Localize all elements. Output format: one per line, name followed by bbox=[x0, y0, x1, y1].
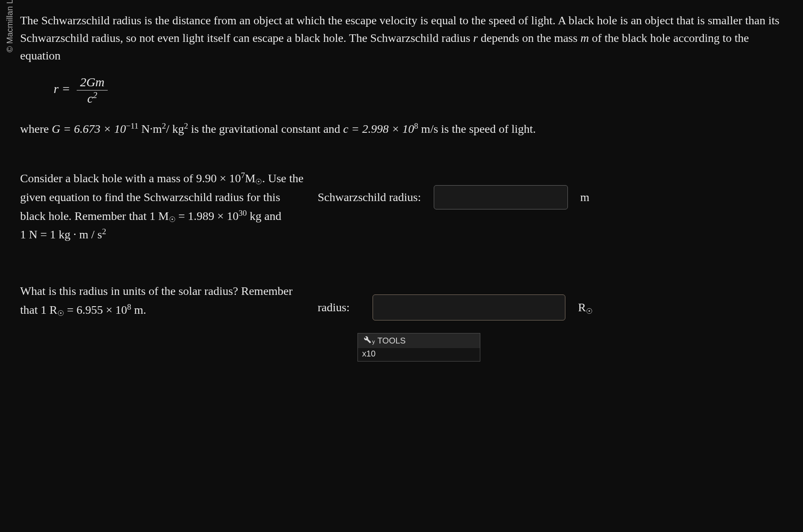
const-G-unit-b: / kg bbox=[166, 122, 184, 135]
q2-exp: 8 bbox=[127, 302, 131, 311]
q2-unit-sub: ☉ bbox=[586, 307, 593, 315]
equation-fraction: 2Gm c2 bbox=[77, 75, 108, 106]
const-c-eq: c = 2.998 × 10 bbox=[343, 122, 414, 135]
schwarzschild-radius-input[interactable] bbox=[434, 185, 568, 209]
const-c-exp: 8 bbox=[414, 121, 418, 130]
question-1-text: Consider a black hole with a mass of 9.9… bbox=[20, 169, 305, 244]
tools-panel[interactable]: y TOOLS x10 bbox=[357, 333, 480, 362]
question-2-text: What is this radius in units of the sola… bbox=[20, 282, 305, 320]
question-2-row: What is this radius in units of the sola… bbox=[20, 282, 786, 362]
equation-numerator: 2Gm bbox=[77, 75, 108, 90]
const-G-exp: −11 bbox=[126, 121, 138, 130]
tools-x10[interactable]: x10 bbox=[362, 349, 376, 358]
copyright-label: © Macmillan Learning bbox=[5, 0, 15, 52]
q1-line2-exp: 2 bbox=[102, 227, 106, 236]
const-G-unit-a: N·m bbox=[138, 122, 162, 135]
main-content: The Schwarzschild radius is the distance… bbox=[20, 12, 786, 362]
q1-exp2: 30 bbox=[238, 208, 247, 217]
q1-e: kg and bbox=[247, 209, 281, 222]
q2-sun: ☉ bbox=[57, 309, 64, 318]
q1-d: = 1.989 × 10 bbox=[176, 209, 239, 222]
tools-header[interactable]: y TOOLS bbox=[358, 333, 480, 348]
const-G-eq: G = 6.673 × 10 bbox=[52, 122, 126, 135]
equation-den-exp: 2 bbox=[93, 90, 98, 100]
const-pre: where bbox=[20, 122, 52, 135]
equation-denominator: c2 bbox=[77, 90, 108, 106]
q2-answer-label: radius: bbox=[318, 301, 350, 314]
wrench-icon bbox=[364, 336, 371, 343]
answer-area-2: radius: R☉ y TOOLS x10 bbox=[305, 282, 786, 362]
tools-header-label: TOOLS bbox=[378, 336, 406, 346]
q2-c: m. bbox=[131, 303, 146, 316]
intro-var-r: r bbox=[473, 31, 478, 44]
equation-den-base: c bbox=[87, 91, 93, 105]
const-G-unit-b-exp: 2 bbox=[184, 121, 188, 130]
q2-unit-base: R bbox=[578, 301, 586, 314]
q1-line2-a: 1 N = 1 kg · m / s bbox=[20, 228, 102, 241]
const-c-unit: m/s is the speed of light. bbox=[418, 122, 536, 135]
const-mid: is the gravitational constant and bbox=[188, 122, 343, 135]
schwarzschild-equation: r = 2Gm c2 bbox=[54, 75, 786, 106]
tools-header-sub: y bbox=[372, 338, 375, 345]
q1-sun1: ☉ bbox=[255, 178, 262, 186]
intro-paragraph: The Schwarzschild radius is the distance… bbox=[20, 12, 786, 65]
q1-sun2: ☉ bbox=[169, 215, 176, 224]
intro-text-b: depends on the mass bbox=[478, 31, 580, 44]
q1-exp: 7 bbox=[241, 171, 245, 180]
q2-b: = 6.955 × 10 bbox=[64, 303, 127, 316]
question-1-row: Consider a black hole with a mass of 9.9… bbox=[20, 169, 786, 244]
tools-body[interactable]: x10 bbox=[358, 348, 480, 361]
radius-solar-input[interactable] bbox=[373, 294, 565, 320]
q2-answer-unit: R☉ bbox=[578, 301, 593, 314]
constants-paragraph: where G = 6.673 × 10−11 N·m2/ kg2 is the… bbox=[20, 120, 786, 138]
q1-a: Consider a black hole with a mass of 9.9… bbox=[20, 172, 241, 185]
answer-area-1: Schwarzschild radius: m bbox=[305, 169, 786, 209]
intro-var-m: m bbox=[580, 31, 589, 44]
equation-lhs: r = bbox=[54, 82, 70, 96]
q1-answer-unit: m bbox=[580, 191, 590, 204]
const-G-unit-a-exp: 2 bbox=[162, 121, 166, 130]
q1-answer-label: Schwarzschild radius: bbox=[318, 191, 421, 204]
q1-b: M bbox=[245, 172, 256, 185]
answer-line-2: radius: R☉ bbox=[318, 294, 786, 320]
